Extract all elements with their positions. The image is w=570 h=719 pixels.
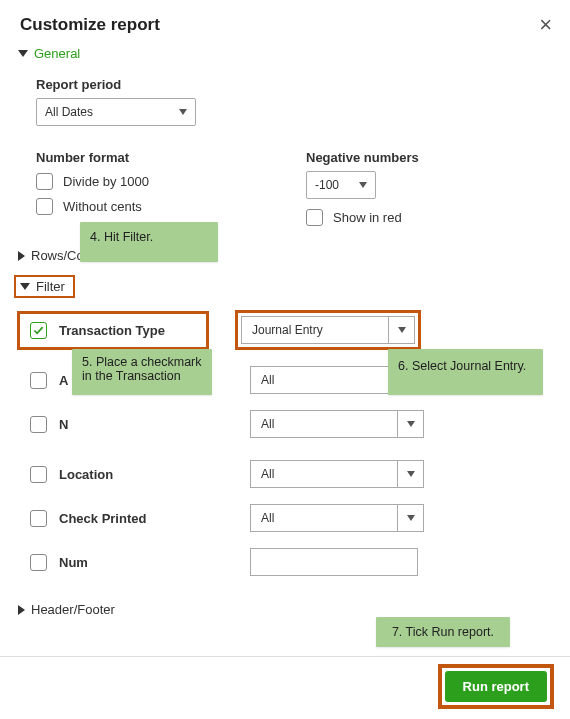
close-icon[interactable]: × [539,14,552,36]
num-input[interactable] [250,548,418,576]
show-in-red-label: Show in red [333,210,402,225]
check-printed-checkbox[interactable] [30,510,47,527]
annotation-tip-5: 5. Place a checkmark in the Transaction [72,349,212,395]
negative-numbers-value: -100 [315,178,339,192]
transaction-type-label: Transaction Type [59,323,165,338]
show-in-red-checkbox[interactable] [306,209,323,226]
chevron-down-icon [398,327,406,333]
check-printed-label: Check Printed [59,511,146,526]
report-period-label: Report period [36,77,546,92]
chevron-right-icon [18,251,25,261]
section-filter-toggle[interactable]: Filter [14,275,75,298]
chevron-down-icon [407,421,415,427]
section-header-footer-label: Header/Footer [31,602,115,617]
section-general-label: General [34,46,80,61]
location-value: All [261,467,274,481]
check-icon [33,325,44,336]
annotation-tip-7: 7. Tick Run report. [376,617,510,647]
location-select[interactable]: All [250,460,398,488]
transaction-type-select[interactable]: Journal Entry [241,316,389,344]
transaction-type-value: Journal Entry [252,323,323,337]
divide-by-1000-checkbox[interactable] [36,173,53,190]
location-dropdown-button[interactable] [398,460,424,488]
section-general-toggle[interactable]: General [0,40,570,67]
annotation-tip-4: 4. Hit Filter. [80,222,218,262]
without-cents-checkbox[interactable] [36,198,53,215]
check-printed-dropdown-button[interactable] [398,504,424,532]
name-checkbox[interactable] [30,416,47,433]
footer-divider [0,656,570,657]
num-checkbox[interactable] [30,554,47,571]
chevron-down-icon [18,50,28,57]
account-value: All [261,373,274,387]
account-label: A [59,373,68,388]
run-report-highlight: Run report [438,664,554,709]
name-select[interactable]: All [250,410,398,438]
chevron-down-icon [179,109,187,115]
chevron-down-icon [20,283,30,290]
transaction-type-dropdown-button[interactable] [389,316,415,344]
negative-numbers-select[interactable]: -100 [306,171,376,199]
annotation-tip-6: 6. Select Journal Entry. [388,349,543,395]
report-period-select[interactable]: All Dates [36,98,196,126]
page-title: Customize report [20,15,160,35]
name-dropdown-button[interactable] [398,410,424,438]
account-checkbox[interactable] [30,372,47,389]
number-format-label: Number format [36,150,246,165]
negative-numbers-label: Negative numbers [306,150,516,165]
location-label: Location [59,467,113,482]
divide-by-1000-label: Divide by 1000 [63,174,149,189]
num-label: Num [59,555,88,570]
check-printed-select[interactable]: All [250,504,398,532]
chevron-down-icon [407,471,415,477]
name-label: N [59,417,68,432]
chevron-right-icon [18,605,25,615]
chevron-down-icon [359,182,367,188]
name-value: All [261,417,274,431]
without-cents-label: Without cents [63,199,142,214]
filter-transaction-type: Transaction Type [17,311,209,350]
report-period-value: All Dates [45,105,93,119]
run-report-button[interactable]: Run report [445,671,547,702]
chevron-down-icon [407,515,415,521]
section-filter-label: Filter [36,279,65,294]
transaction-type-checkbox[interactable] [30,322,47,339]
location-checkbox[interactable] [30,466,47,483]
check-printed-value: All [261,511,274,525]
account-select[interactable]: All [250,366,398,394]
